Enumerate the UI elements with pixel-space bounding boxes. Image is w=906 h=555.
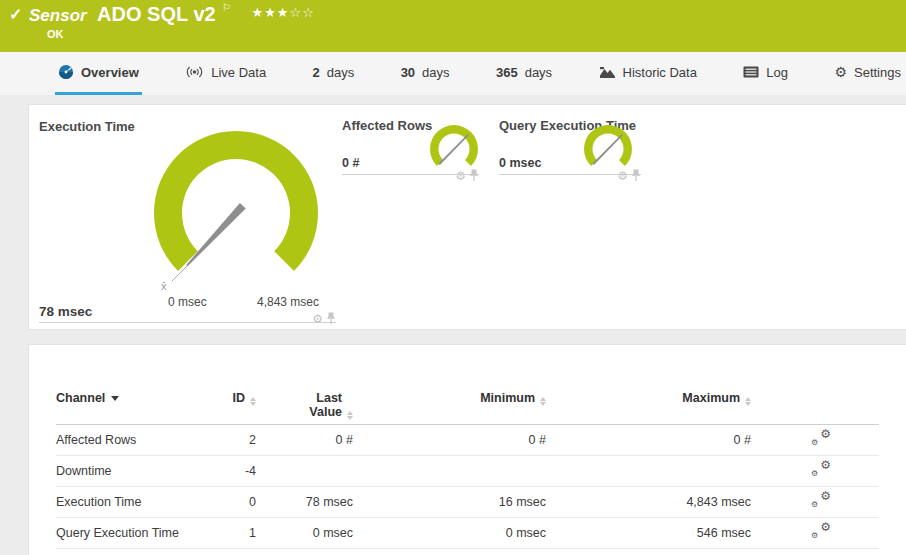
gauge-icon: [58, 64, 74, 80]
pin-icon[interactable]: [631, 169, 641, 182]
channel-settings-icon[interactable]: ⚙⚙: [811, 430, 831, 446]
widget-controls: ⚙: [455, 169, 479, 182]
channel-name[interactable]: Affected Rows: [56, 424, 216, 455]
channel-id: -4: [216, 455, 256, 486]
tab-365-days[interactable]: 365 days: [493, 52, 555, 95]
tab-label: Log: [766, 65, 788, 80]
check-icon: ✓: [9, 5, 22, 24]
affected-rows-gauge: [424, 118, 484, 176]
tab-number: 30: [401, 65, 415, 80]
tab-label: Settings: [854, 65, 901, 80]
channel-id: 1: [216, 517, 256, 548]
sort-icon: [250, 397, 256, 406]
broadcast-icon: [185, 65, 204, 79]
tab-label: Historic Data: [623, 65, 697, 80]
channel-minimum: 16 msec: [353, 486, 546, 517]
tab-bar: Overview Live Data 2 days 30 days 365 da…: [0, 52, 906, 95]
channel-last-value: 78 msec: [256, 486, 353, 517]
sensor-title-row: Sensor ADO SQL v2 ⚐ ★★★☆☆: [29, 2, 315, 26]
widget-gear-icon[interactable]: ⚙: [455, 170, 466, 182]
channel-id: 0: [216, 486, 256, 517]
channel-settings-icon[interactable]: ⚙⚙: [811, 461, 831, 477]
channels-table: Channel ID Last Value Minimum Maximum: [56, 375, 879, 549]
current-value: 0 #: [342, 156, 359, 170]
table-row: Affected Rows 2 0 # 0 # 0 # ⚙⚙: [56, 424, 879, 455]
table-row: Execution Time 0 78 msec 16 msec 4,843 m…: [56, 486, 879, 517]
tab-live-data[interactable]: Live Data: [182, 52, 269, 95]
channel-id: 2: [216, 424, 256, 455]
query-execution-time-gauge: [578, 118, 638, 176]
column-header-last-value[interactable]: Last Value: [256, 375, 353, 424]
tab-label: days: [327, 65, 354, 80]
tab-log[interactable]: Log: [740, 52, 791, 95]
channel-minimum: [353, 455, 546, 486]
channel-maximum: [546, 455, 751, 486]
current-value: 0 msec: [499, 156, 541, 170]
channel-name[interactable]: Execution Time: [56, 486, 216, 517]
tab-label: days: [525, 65, 552, 80]
channel-minimum: 0 #: [353, 424, 546, 455]
pin-icon[interactable]: [326, 312, 336, 325]
channel-last-value: 0 msec: [256, 517, 353, 548]
channel-last-value: 0 #: [256, 424, 353, 455]
stars-empty: ☆☆: [290, 5, 315, 20]
widget-controls: ⚙: [617, 169, 641, 182]
sort-caret-icon: [111, 396, 119, 401]
channel-name[interactable]: Downtime: [56, 455, 216, 486]
gauge-scale-max: 4,843 msec: [257, 295, 319, 309]
status-badge: OK: [47, 28, 64, 40]
table-header-row: Channel ID Last Value Minimum Maximum: [56, 375, 879, 424]
query-execution-time-gauge-widget: Query Execution Time 0 msec ⚙: [499, 105, 641, 175]
sort-icon: [745, 397, 751, 406]
channel-settings-icon[interactable]: ⚙⚙: [811, 523, 831, 539]
channel-maximum: 4,843 msec: [546, 486, 751, 517]
gauges-panel: Execution Time x̄ 0 msec 4,843 msec 78 m…: [28, 104, 906, 330]
channel-maximum: 0 #: [546, 424, 751, 455]
sensor-status-header: ✓ Sensor ADO SQL v2 ⚐ ★★★☆☆ OK: [0, 0, 906, 52]
gear-icon: ⚙: [834, 64, 847, 80]
tab-number: 2: [313, 65, 320, 80]
channel-minimum: 0 msec: [353, 517, 546, 548]
sort-icon: [540, 397, 546, 406]
tab-label: Overview: [81, 65, 139, 80]
area-chart-icon: [599, 66, 616, 79]
gauge-scale-min: 0 msec: [168, 295, 207, 309]
current-value: 78 msec: [39, 304, 92, 319]
widget-gear-icon[interactable]: ⚙: [312, 313, 323, 325]
flag-icon[interactable]: ⚐: [222, 2, 231, 13]
tab-number: 365: [496, 65, 518, 80]
widget-controls: ⚙: [312, 312, 336, 325]
average-marker: x̄: [161, 280, 167, 292]
priority-stars[interactable]: ★★★☆☆: [252, 5, 315, 20]
log-list-icon: [743, 66, 759, 78]
column-header-channel[interactable]: Channel: [56, 375, 216, 424]
tab-30-days[interactable]: 30 days: [398, 52, 453, 95]
table-row: Downtime -4 ⚙⚙: [56, 455, 879, 486]
tab-label: days: [422, 65, 449, 80]
column-header-minimum[interactable]: Minimum: [353, 375, 546, 424]
channel-maximum: 546 msec: [546, 517, 751, 548]
sensor-name: ADO SQL v2: [97, 3, 216, 25]
column-header-id[interactable]: ID: [216, 375, 256, 424]
pin-icon[interactable]: [469, 169, 479, 182]
sensor-kind-label: Sensor: [29, 6, 87, 25]
widget-title: Affected Rows: [342, 118, 432, 133]
execution-time-gauge-widget: Execution Time x̄ 0 msec 4,843 msec 78 m…: [39, 105, 336, 323]
sort-icon: [347, 411, 353, 420]
column-header-maximum[interactable]: Maximum: [546, 375, 751, 424]
channel-settings-icon[interactable]: ⚙⚙: [811, 492, 831, 508]
channels-panel: Channel ID Last Value Minimum Maximum: [28, 344, 906, 555]
stars-filled: ★★★: [252, 5, 290, 20]
tab-label: Live Data: [211, 65, 266, 80]
channel-name[interactable]: Query Execution Time: [56, 517, 216, 548]
tab-settings[interactable]: ⚙ Settings: [831, 52, 904, 95]
column-header-settings: [751, 375, 879, 424]
tab-overview[interactable]: Overview: [55, 52, 142, 95]
channel-last-value: [256, 455, 353, 486]
execution-time-gauge: x̄: [109, 106, 359, 306]
table-row: Query Execution Time 1 0 msec 0 msec 546…: [56, 517, 879, 548]
affected-rows-gauge-widget: Affected Rows 0 # ⚙: [342, 105, 479, 175]
tab-2-days[interactable]: 2 days: [310, 52, 358, 95]
tab-historic-data[interactable]: Historic Data: [596, 52, 700, 95]
widget-gear-icon[interactable]: ⚙: [617, 170, 628, 182]
